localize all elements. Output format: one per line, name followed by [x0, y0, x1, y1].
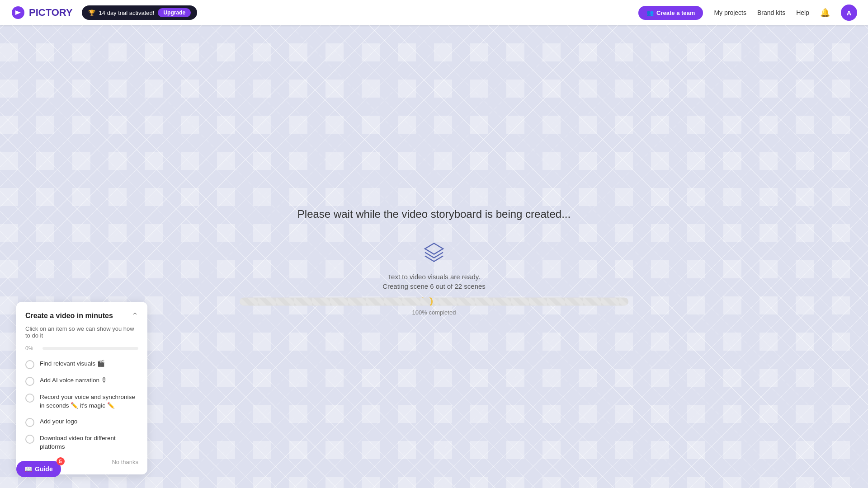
- radio-2[interactable]: [25, 377, 34, 386]
- radio-1[interactable]: [25, 360, 34, 369]
- notification-bell-icon[interactable]: 🔔: [820, 8, 830, 18]
- progress-container: 100% completed: [240, 297, 628, 316]
- guide-button[interactable]: 📖 Guide 5: [16, 461, 61, 477]
- checklist-label-3: Record your voice and synchronise in sec…: [40, 393, 138, 410]
- checklist-item-1[interactable]: Find relevant visuals 🎬: [25, 360, 138, 369]
- header: PICTORY 🏆 14 day trial activated! Upgrad…: [0, 0, 868, 25]
- progress-cursor-indicator: [420, 297, 433, 305]
- help-link[interactable]: Help: [796, 9, 809, 16]
- panel-subtitle: Click on an item so we can show you how …: [25, 325, 138, 339]
- waiting-message: Please wait while the video storyboard i…: [231, 208, 637, 221]
- team-icon: 👥: [646, 9, 654, 16]
- header-right: 👥 Create a team My projects Brand kits H…: [638, 5, 857, 21]
- my-projects-link[interactable]: My projects: [714, 9, 746, 16]
- panel-collapse-icon[interactable]: ⌃: [132, 311, 138, 321]
- radio-5[interactable]: [25, 435, 34, 444]
- checklist-item-3[interactable]: Record your voice and synchronise in sec…: [25, 393, 138, 410]
- trial-text: 14 day trial activated!: [99, 9, 155, 16]
- panel-title: Create a video in minutes: [25, 312, 113, 320]
- upgrade-button[interactable]: Upgrade: [158, 8, 191, 17]
- checklist-item-5[interactable]: Download video for different platforms: [25, 434, 138, 451]
- side-panel: Create a video in minutes ⌃ Click on an …: [16, 302, 147, 474]
- layers-icon: [420, 239, 448, 266]
- trophy-icon: 🏆: [88, 9, 95, 16]
- logo-text: PICTORY: [29, 7, 73, 19]
- header-left: PICTORY 🏆 14 day trial activated! Upgrad…: [11, 5, 197, 20]
- create-team-label: Create a team: [656, 9, 695, 16]
- guide-badge: 5: [57, 457, 65, 465]
- panel-progress-label: 0%: [25, 345, 38, 352]
- brand-kits-link[interactable]: Brand kits: [757, 9, 785, 16]
- panel-progress-bar: [42, 347, 138, 350]
- checklist-item-2[interactable]: Add AI voice narration 🎙: [25, 376, 138, 386]
- progress-bar-fill: [240, 297, 628, 305]
- create-team-button[interactable]: 👥 Create a team: [638, 6, 703, 20]
- checklist-label-2: Add AI voice narration 🎙: [40, 376, 108, 385]
- radio-3[interactable]: [25, 394, 34, 403]
- panel-header: Create a video in minutes ⌃: [25, 311, 138, 321]
- trial-badge: 🏆 14 day trial activated! Upgrade: [82, 5, 198, 20]
- progress-bar-background: [240, 297, 628, 305]
- status-line1: Text to video visuals are ready.: [231, 273, 637, 281]
- logo[interactable]: PICTORY: [11, 5, 73, 20]
- logo-icon: [11, 5, 25, 20]
- progress-percent-label: 100% completed: [240, 309, 628, 316]
- status-line2: Creating scene 6 out of 22 scenes: [231, 282, 637, 290]
- avatar[interactable]: A: [841, 5, 857, 21]
- checklist-label-4: Add your logo: [40, 418, 77, 426]
- radio-4[interactable]: [25, 418, 34, 427]
- checklist-label-5: Download video for different platforms: [40, 434, 138, 451]
- center-content: Please wait while the video storyboard i…: [231, 208, 637, 316]
- panel-progress-container: 0%: [25, 345, 138, 352]
- checklist-label-1: Find relevant visuals 🎬: [40, 360, 105, 368]
- guide-button-label: Guide: [35, 465, 53, 473]
- checklist-item-4[interactable]: Add your logo: [25, 418, 138, 427]
- main-content: Please wait while the video storyboard i…: [0, 25, 868, 488]
- guide-book-icon: 📖: [24, 465, 32, 473]
